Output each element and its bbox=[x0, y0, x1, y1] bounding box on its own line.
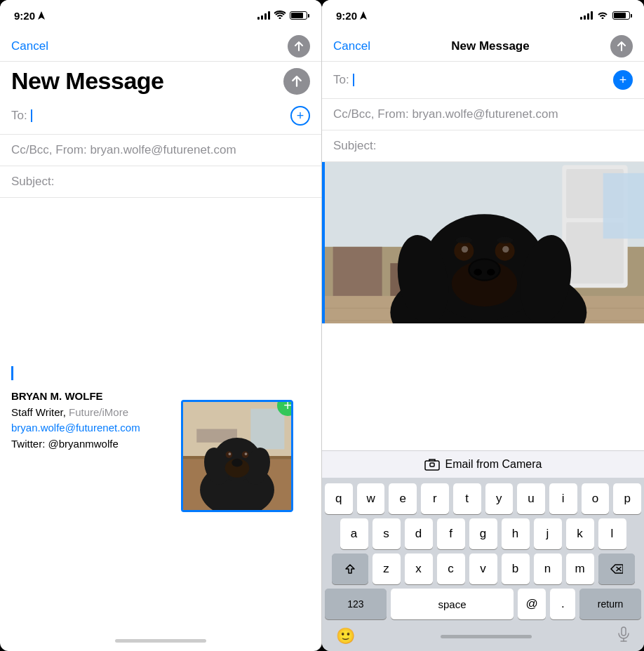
keyboard-row-2: a s d f g h j k l bbox=[325, 518, 641, 549]
cc-bcc-text-label: Cc/Bcc, From: bbox=[11, 143, 87, 156]
cc-bcc-row-right: Cc/Bcc, From: bryan.wolfe@futurenet.com bbox=[322, 99, 644, 130]
key-m[interactable]: m bbox=[566, 553, 594, 584]
sig-company: Future/iMore bbox=[69, 406, 128, 418]
shift-key[interactable] bbox=[332, 553, 368, 584]
key-t[interactable]: t bbox=[453, 483, 481, 514]
send-button-large-left[interactable] bbox=[283, 68, 310, 95]
svg-point-16 bbox=[245, 452, 248, 455]
key-e[interactable]: e bbox=[389, 483, 417, 514]
sig-name-text: BRYAN M. WOLFE bbox=[11, 390, 103, 402]
cancel-button-left[interactable]: Cancel bbox=[11, 39, 48, 53]
key-u[interactable]: u bbox=[517, 483, 545, 514]
battery-icon-left bbox=[290, 11, 307, 20]
delete-icon bbox=[610, 564, 623, 574]
cursor-left bbox=[31, 109, 32, 122]
key-o[interactable]: o bbox=[582, 483, 610, 514]
key-n[interactable]: n bbox=[534, 553, 562, 584]
time-right: 9:20 bbox=[336, 10, 357, 22]
battery-icon-right bbox=[612, 11, 630, 20]
key-f[interactable]: f bbox=[437, 518, 465, 549]
svg-point-42 bbox=[502, 246, 509, 253]
key-q[interactable]: q bbox=[325, 483, 353, 514]
key-i[interactable]: i bbox=[549, 483, 577, 514]
status-icons-right bbox=[580, 10, 630, 21]
emoji-key[interactable]: 🙂 bbox=[336, 627, 355, 645]
nav-bar-left: Cancel bbox=[0, 31, 321, 62]
cc-bcc-label-right: Cc/Bcc, From: bryan.wolfe@futurenet.com bbox=[333, 107, 558, 121]
key-c[interactable]: c bbox=[437, 553, 465, 584]
cancel-button-right[interactable]: Cancel bbox=[333, 39, 370, 53]
signature-area-left: BRYAN M. WOLFE Staff Writer, Future/iMor… bbox=[0, 358, 321, 635]
at-key[interactable]: @ bbox=[518, 589, 546, 619]
signal-bars-left bbox=[257, 11, 270, 20]
to-field-row-right: To: + bbox=[322, 62, 644, 99]
status-bar-right: 9:20 bbox=[322, 0, 644, 31]
key-v[interactable]: v bbox=[469, 553, 497, 584]
return-key[interactable]: return bbox=[579, 589, 641, 619]
key-k[interactable]: k bbox=[566, 518, 594, 549]
svg-point-38 bbox=[487, 269, 495, 275]
shift-icon bbox=[344, 563, 356, 575]
key-p[interactable]: p bbox=[613, 483, 641, 514]
svg-point-15 bbox=[228, 452, 231, 455]
body-cursor-left bbox=[11, 366, 13, 380]
mic-key[interactable] bbox=[617, 626, 630, 645]
key-r[interactable]: r bbox=[421, 483, 449, 514]
svg-rect-5 bbox=[250, 409, 284, 450]
key-d[interactable]: d bbox=[405, 518, 433, 549]
svg-point-37 bbox=[474, 269, 482, 275]
send-up-arrow-icon-large bbox=[291, 76, 302, 87]
left-phone: 9:20 Cancel New Message bbox=[0, 0, 322, 651]
form-fields-right: To: + Cc/Bcc, From: bryan.wolfe@futurene… bbox=[322, 62, 644, 162]
numbers-key[interactable]: 123 bbox=[325, 589, 387, 619]
key-x[interactable]: x bbox=[405, 553, 433, 584]
right-phone: 9:20 Cancel New Message To bbox=[322, 0, 644, 651]
key-y[interactable]: y bbox=[485, 483, 514, 514]
page-title-left: New Message bbox=[11, 67, 164, 95]
period-key[interactable]: . bbox=[550, 589, 575, 619]
nav-title-right: New Message bbox=[451, 39, 530, 53]
wifi-icon-right bbox=[597, 10, 608, 21]
cc-bcc-value-left: bryan.wolfe@futurenet.com bbox=[90, 143, 236, 156]
send-up-arrow-icon-left bbox=[294, 41, 304, 51]
key-w[interactable]: w bbox=[357, 483, 385, 514]
email-from-camera-bar[interactable]: Email from Camera bbox=[322, 450, 644, 478]
svg-marker-0 bbox=[38, 11, 45, 20]
keyboard-row-1: q w e r t y u i o p bbox=[325, 483, 641, 514]
space-key[interactable]: space bbox=[391, 589, 514, 619]
time-left: 9:20 bbox=[14, 10, 35, 22]
home-indicator-left bbox=[115, 639, 206, 643]
key-l[interactable]: l bbox=[598, 518, 626, 549]
key-b[interactable]: b bbox=[502, 553, 530, 584]
svg-rect-49 bbox=[622, 627, 626, 636]
add-recipient-button-left[interactable]: + bbox=[290, 106, 310, 126]
to-field-row-left: To: + bbox=[0, 98, 321, 135]
delete-key[interactable] bbox=[598, 553, 635, 584]
add-recipient-button-right[interactable]: + bbox=[613, 70, 633, 90]
dog-photo-left bbox=[183, 402, 291, 510]
to-input-right[interactable] bbox=[352, 74, 613, 86]
subject-label-left: Subject: bbox=[11, 175, 54, 189]
svg-rect-46 bbox=[430, 463, 434, 467]
navigation-arrow-icon-left bbox=[38, 11, 45, 20]
send-button-right[interactable] bbox=[610, 35, 633, 58]
sig-role: Staff Writer, bbox=[11, 406, 66, 418]
send-up-arrow-icon-right bbox=[617, 41, 626, 51]
key-g[interactable]: g bbox=[469, 518, 497, 549]
key-a[interactable]: a bbox=[340, 518, 368, 549]
keyboard-bottom-row: 🙂 bbox=[325, 624, 641, 648]
status-icons-left bbox=[257, 10, 307, 21]
to-label-right: To: bbox=[333, 73, 349, 87]
navigation-arrow-icon-right bbox=[360, 11, 367, 20]
email-body-right bbox=[322, 162, 644, 450]
key-z[interactable]: z bbox=[373, 553, 401, 584]
key-j[interactable]: j bbox=[534, 518, 562, 549]
to-input-left[interactable] bbox=[30, 109, 290, 122]
key-h[interactable]: h bbox=[502, 518, 530, 549]
photo-attachment-left[interactable]: + bbox=[181, 400, 293, 512]
send-button-nav-left[interactable] bbox=[288, 35, 310, 58]
key-s[interactable]: s bbox=[373, 518, 401, 549]
wifi-icon-left bbox=[274, 10, 286, 21]
cc-bcc-text-right: Cc/Bcc, From: bbox=[333, 107, 409, 121]
status-time-left: 9:20 bbox=[14, 10, 45, 22]
